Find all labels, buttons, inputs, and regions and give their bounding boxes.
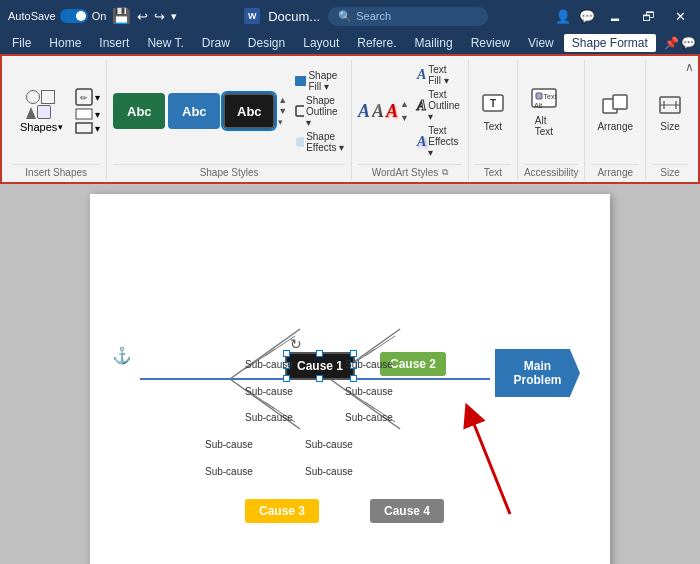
undo-icon[interactable]: ↩ [137, 9, 148, 24]
subcause-5: Sub-cause [245, 412, 293, 423]
handle-tr[interactable] [350, 350, 357, 357]
menu-layout[interactable]: Layout [295, 34, 347, 52]
subcause-8: Sub-cause [305, 439, 353, 450]
wordart-expand-icon[interactable]: ⧉ [442, 167, 448, 178]
shape-rounded [37, 105, 51, 119]
handle-bl[interactable] [283, 375, 290, 382]
save-icon[interactable]: 💾 [112, 7, 131, 25]
menu-new-tab[interactable]: New T. [139, 34, 191, 52]
wordart-down[interactable]: ▼ [400, 113, 409, 123]
wordart-a2[interactable]: A [372, 101, 384, 122]
share-icon[interactable]: 👤 [555, 9, 571, 24]
edit-shape-label: ▾ [95, 92, 100, 103]
text-fill-icon: A [417, 67, 426, 83]
menu-references[interactable]: Refere. [349, 34, 404, 52]
size-group-label: Size [652, 164, 688, 178]
handle-bm[interactable] [316, 375, 323, 382]
arrange-label: Arrange [597, 121, 633, 132]
ribbon-content: Shapes ▾ ✏ ▾ ▾ ▾ [2, 56, 698, 182]
outline-label: Shape Outline ▾ [306, 95, 345, 128]
svg-line-30 [470, 414, 510, 514]
maximize-button[interactable]: 🗗 [636, 7, 661, 26]
comments-icon2[interactable]: 💬 [681, 36, 696, 50]
close-button[interactable]: ✕ [669, 7, 692, 26]
style-more-icon[interactable]: ▾ [278, 117, 287, 127]
edit-shape-btn[interactable]: ✏ ▾ [75, 88, 100, 106]
style-up-icon[interactable]: ▲ [278, 95, 287, 105]
menu-mailings[interactable]: Mailing [407, 34, 461, 52]
ribbon-collapse-icon[interactable]: ∧ [685, 60, 694, 74]
menu-design[interactable]: Design [240, 34, 293, 52]
style-scroll: ▲ ▼ ▾ [278, 93, 287, 129]
wordart-styles-row: A A A ▲ ▼ [358, 97, 409, 125]
autosave-label: AutoSave [8, 10, 56, 22]
cause4-box[interactable]: Cause 4 [370, 499, 444, 523]
handle-br[interactable] [350, 375, 357, 382]
text-fill-option[interactable]: A Text Fill ▾ [417, 64, 462, 86]
subcause-10: Sub-cause [305, 466, 353, 477]
ribbon-group-arrange: Arrange Arrange [585, 60, 646, 180]
fill-label: Shape Fill ▾ [308, 70, 345, 92]
shape-outline-btn[interactable]: ▾ [75, 122, 100, 134]
fill-icon [295, 75, 306, 87]
autosave-toggle[interactable] [60, 9, 88, 23]
menu-file[interactable]: File [4, 34, 39, 52]
menu-view[interactable]: View [520, 34, 562, 52]
minimize-button[interactable]: 🗕 [603, 7, 628, 26]
alt-text-button[interactable]: Alt Text AltText [524, 81, 564, 141]
ribbon-group-text: T Text Text [469, 60, 518, 180]
cause3-label: Cause 3 [259, 504, 305, 518]
title-bar-center: W Docum... 🔍 Search [244, 7, 488, 26]
text-outline-icon: A [417, 98, 426, 114]
accessibility-content: Alt Text AltText [524, 60, 578, 162]
handle-tm[interactable] [316, 350, 323, 357]
wordart-a3[interactable]: A [386, 101, 398, 122]
svg-rect-4 [295, 76, 306, 86]
insert-shapes-label: Insert Shapes [12, 164, 100, 178]
text-effects-icon: A [417, 134, 426, 150]
shape-circle [26, 90, 40, 104]
svg-rect-10 [536, 93, 542, 99]
shape-styles-content: Abc Abc Abc ▲ ▼ ▾ Shape Fill ▾ [113, 60, 345, 162]
subcause-4: Sub-cause [345, 386, 393, 397]
svg-rect-2 [76, 109, 92, 119]
shape-fill-btn[interactable]: ▾ [75, 108, 100, 120]
text-effects-label: Text Effects ▾ [428, 125, 462, 158]
shapes-button[interactable]: Shapes ▾ [12, 86, 71, 137]
shape-effects-option[interactable]: Shape Effects ▾ [295, 131, 345, 153]
text-effects-option[interactable]: A Text Effects ▾ [417, 125, 462, 158]
svg-text:Text: Text [544, 93, 557, 100]
shape-style-blue[interactable]: Abc [168, 93, 220, 129]
wordart-a1[interactable]: A [358, 101, 370, 122]
customize-icon[interactable]: ▾ [171, 10, 177, 23]
document-page: ⚓ ↻ [90, 194, 610, 564]
size-button[interactable]: Size [652, 87, 688, 136]
wordart-up[interactable]: ▲ [400, 99, 409, 109]
shape-outline-option[interactable]: Shape Outline ▾ [295, 95, 345, 128]
arrange-button[interactable]: Arrange [591, 87, 639, 136]
text-outline-option[interactable]: A Text Outline ▾ [417, 89, 462, 122]
shape-fill-option[interactable]: Shape Fill ▾ [295, 70, 345, 92]
menu-home[interactable]: Home [41, 34, 89, 52]
menu-insert[interactable]: Insert [91, 34, 137, 52]
shape-style-dark[interactable]: Abc [223, 93, 275, 129]
text-button[interactable]: T Text [475, 87, 511, 136]
menu-draw[interactable]: Draw [194, 34, 238, 52]
svg-rect-14 [613, 95, 627, 109]
outline-icon [295, 105, 304, 117]
comments-icon[interactable]: 💬 [579, 9, 595, 24]
ribbon-group-insert-shapes: Shapes ▾ ✏ ▾ ▾ ▾ [6, 60, 107, 180]
size-content: Size [652, 60, 688, 162]
cause3-box[interactable]: Cause 3 [245, 499, 319, 523]
main-problem-box: Main Problem [495, 349, 580, 397]
handle-tl[interactable] [283, 350, 290, 357]
menu-review[interactable]: Review [463, 34, 518, 52]
style-down-icon[interactable]: ▼ [278, 106, 287, 116]
arrange-content: Arrange [591, 60, 639, 162]
redo-icon[interactable]: ↪ [154, 9, 165, 24]
shape-style-green[interactable]: Abc [113, 93, 165, 129]
menu-shape-format[interactable]: Shape Format [564, 34, 656, 52]
ribbon-pin-icon[interactable]: 📌 [664, 36, 679, 50]
search-bar[interactable]: 🔍 Search [328, 7, 488, 26]
svg-text:T: T [490, 98, 496, 109]
